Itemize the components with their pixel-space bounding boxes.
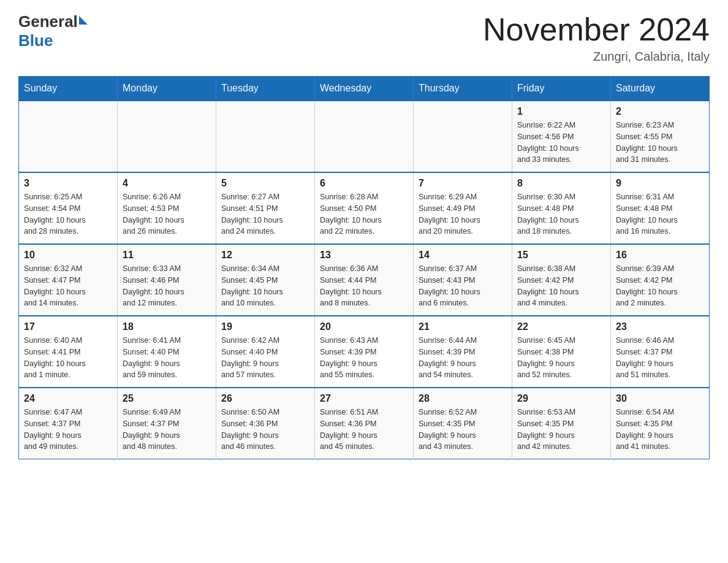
calendar-cell: 7Sunrise: 6:29 AM Sunset: 4:49 PM Daylig… bbox=[414, 172, 512, 244]
calendar-cell: 11Sunrise: 6:33 AM Sunset: 4:46 PM Dayli… bbox=[118, 244, 216, 316]
calendar-week-row: 3Sunrise: 6:25 AM Sunset: 4:54 PM Daylig… bbox=[19, 172, 710, 244]
day-info: Sunrise: 6:31 AM Sunset: 4:48 PM Dayligh… bbox=[616, 191, 704, 237]
day-info: Sunrise: 6:43 AM Sunset: 4:39 PM Dayligh… bbox=[320, 335, 408, 381]
day-number: 21 bbox=[419, 321, 507, 332]
day-info: Sunrise: 6:32 AM Sunset: 4:47 PM Dayligh… bbox=[24, 263, 112, 309]
day-info: Sunrise: 6:22 AM Sunset: 4:56 PM Dayligh… bbox=[517, 120, 605, 166]
day-info: Sunrise: 6:23 AM Sunset: 4:55 PM Dayligh… bbox=[616, 120, 704, 166]
calendar-header-wednesday: Wednesday bbox=[315, 77, 414, 101]
calendar-cell: 28Sunrise: 6:52 AM Sunset: 4:35 PM Dayli… bbox=[414, 388, 512, 459]
day-number: 20 bbox=[320, 321, 408, 332]
calendar-cell: 16Sunrise: 6:39 AM Sunset: 4:42 PM Dayli… bbox=[611, 244, 710, 316]
calendar-cell: 26Sunrise: 6:50 AM Sunset: 4:36 PM Dayli… bbox=[216, 388, 315, 459]
logo: General Blue bbox=[18, 12, 88, 50]
calendar-cell: 30Sunrise: 6:54 AM Sunset: 4:35 PM Dayli… bbox=[611, 388, 710, 459]
day-info: Sunrise: 6:36 AM Sunset: 4:44 PM Dayligh… bbox=[320, 263, 408, 309]
day-number: 10 bbox=[24, 250, 112, 261]
day-number: 15 bbox=[517, 250, 605, 261]
day-number: 11 bbox=[123, 250, 211, 261]
calendar-week-row: 17Sunrise: 6:40 AM Sunset: 4:41 PM Dayli… bbox=[19, 316, 710, 388]
calendar-cell: 19Sunrise: 6:42 AM Sunset: 4:40 PM Dayli… bbox=[216, 316, 315, 388]
calendar-header-thursday: Thursday bbox=[414, 77, 512, 101]
calendar-cell: 3Sunrise: 6:25 AM Sunset: 4:54 PM Daylig… bbox=[19, 172, 118, 244]
day-info: Sunrise: 6:30 AM Sunset: 4:48 PM Dayligh… bbox=[517, 191, 605, 237]
calendar-cell bbox=[216, 101, 315, 172]
day-number: 13 bbox=[320, 250, 408, 261]
calendar-cell: 1Sunrise: 6:22 AM Sunset: 4:56 PM Daylig… bbox=[512, 101, 611, 172]
day-number: 26 bbox=[221, 393, 309, 404]
day-number: 23 bbox=[616, 321, 704, 332]
day-number: 25 bbox=[123, 393, 211, 404]
calendar-cell: 8Sunrise: 6:30 AM Sunset: 4:48 PM Daylig… bbox=[512, 172, 611, 244]
day-number: 24 bbox=[24, 393, 112, 404]
day-info: Sunrise: 6:47 AM Sunset: 4:37 PM Dayligh… bbox=[24, 407, 112, 453]
calendar-cell: 20Sunrise: 6:43 AM Sunset: 4:39 PM Dayli… bbox=[315, 316, 414, 388]
day-number: 7 bbox=[419, 178, 507, 189]
calendar-cell: 29Sunrise: 6:53 AM Sunset: 4:35 PM Dayli… bbox=[512, 388, 611, 459]
day-info: Sunrise: 6:40 AM Sunset: 4:41 PM Dayligh… bbox=[24, 335, 112, 381]
title-section: November 2024 Zungri, Calabria, Italy bbox=[483, 12, 710, 64]
calendar-week-row: 1Sunrise: 6:22 AM Sunset: 4:56 PM Daylig… bbox=[19, 101, 710, 172]
day-number: 4 bbox=[123, 178, 211, 189]
day-info: Sunrise: 6:39 AM Sunset: 4:42 PM Dayligh… bbox=[616, 263, 704, 309]
day-number: 16 bbox=[616, 250, 704, 261]
day-number: 17 bbox=[24, 321, 112, 332]
month-title: November 2024 bbox=[483, 12, 710, 47]
calendar-header-sunday: Sunday bbox=[19, 77, 118, 101]
logo-blue-text: Blue bbox=[18, 31, 53, 50]
calendar-cell bbox=[315, 101, 414, 172]
calendar-header-row: SundayMondayTuesdayWednesdayThursdayFrid… bbox=[19, 77, 710, 101]
calendar-cell: 6Sunrise: 6:28 AM Sunset: 4:50 PM Daylig… bbox=[315, 172, 414, 244]
day-number: 3 bbox=[24, 178, 112, 189]
day-info: Sunrise: 6:27 AM Sunset: 4:51 PM Dayligh… bbox=[221, 191, 309, 237]
calendar-header-tuesday: Tuesday bbox=[216, 77, 315, 101]
calendar-table: SundayMondayTuesdayWednesdayThursdayFrid… bbox=[18, 76, 710, 459]
calendar-cell: 5Sunrise: 6:27 AM Sunset: 4:51 PM Daylig… bbox=[216, 172, 315, 244]
day-info: Sunrise: 6:53 AM Sunset: 4:35 PM Dayligh… bbox=[517, 407, 605, 453]
calendar-header-saturday: Saturday bbox=[611, 77, 710, 101]
calendar-week-row: 10Sunrise: 6:32 AM Sunset: 4:47 PM Dayli… bbox=[19, 244, 710, 316]
day-number: 1 bbox=[517, 106, 605, 117]
day-number: 18 bbox=[123, 321, 211, 332]
day-number: 22 bbox=[517, 321, 605, 332]
calendar-cell: 18Sunrise: 6:41 AM Sunset: 4:40 PM Dayli… bbox=[118, 316, 216, 388]
day-number: 6 bbox=[320, 178, 408, 189]
calendar-cell: 23Sunrise: 6:46 AM Sunset: 4:37 PM Dayli… bbox=[611, 316, 710, 388]
day-number: 27 bbox=[320, 393, 408, 404]
day-info: Sunrise: 6:42 AM Sunset: 4:40 PM Dayligh… bbox=[221, 335, 309, 381]
calendar-header-monday: Monday bbox=[118, 77, 216, 101]
day-info: Sunrise: 6:25 AM Sunset: 4:54 PM Dayligh… bbox=[24, 191, 112, 237]
day-info: Sunrise: 6:44 AM Sunset: 4:39 PM Dayligh… bbox=[419, 335, 507, 381]
calendar-cell: 17Sunrise: 6:40 AM Sunset: 4:41 PM Dayli… bbox=[19, 316, 118, 388]
calendar-cell: 10Sunrise: 6:32 AM Sunset: 4:47 PM Dayli… bbox=[19, 244, 118, 316]
calendar-cell bbox=[19, 101, 118, 172]
calendar-cell bbox=[414, 101, 512, 172]
day-number: 19 bbox=[221, 321, 309, 332]
day-info: Sunrise: 6:34 AM Sunset: 4:45 PM Dayligh… bbox=[221, 263, 309, 309]
day-info: Sunrise: 6:49 AM Sunset: 4:37 PM Dayligh… bbox=[123, 407, 211, 453]
day-info: Sunrise: 6:38 AM Sunset: 4:42 PM Dayligh… bbox=[517, 263, 605, 309]
day-number: 5 bbox=[221, 178, 309, 189]
calendar-header-friday: Friday bbox=[512, 77, 611, 101]
day-info: Sunrise: 6:50 AM Sunset: 4:36 PM Dayligh… bbox=[221, 407, 309, 453]
day-info: Sunrise: 6:33 AM Sunset: 4:46 PM Dayligh… bbox=[123, 263, 211, 309]
calendar-cell: 13Sunrise: 6:36 AM Sunset: 4:44 PM Dayli… bbox=[315, 244, 414, 316]
day-info: Sunrise: 6:45 AM Sunset: 4:38 PM Dayligh… bbox=[517, 335, 605, 381]
day-info: Sunrise: 6:29 AM Sunset: 4:49 PM Dayligh… bbox=[419, 191, 507, 237]
day-number: 29 bbox=[517, 393, 605, 404]
day-info: Sunrise: 6:54 AM Sunset: 4:35 PM Dayligh… bbox=[616, 407, 704, 453]
calendar-cell: 9Sunrise: 6:31 AM Sunset: 4:48 PM Daylig… bbox=[611, 172, 710, 244]
calendar-cell: 21Sunrise: 6:44 AM Sunset: 4:39 PM Dayli… bbox=[414, 316, 512, 388]
day-number: 30 bbox=[616, 393, 704, 404]
calendar-cell: 14Sunrise: 6:37 AM Sunset: 4:43 PM Dayli… bbox=[414, 244, 512, 316]
day-number: 8 bbox=[517, 178, 605, 189]
calendar-cell: 24Sunrise: 6:47 AM Sunset: 4:37 PM Dayli… bbox=[19, 388, 118, 459]
day-info: Sunrise: 6:51 AM Sunset: 4:36 PM Dayligh… bbox=[320, 407, 408, 453]
page-header: General Blue November 2024 Zungri, Calab… bbox=[18, 12, 710, 64]
calendar-cell: 4Sunrise: 6:26 AM Sunset: 4:53 PM Daylig… bbox=[118, 172, 216, 244]
day-info: Sunrise: 6:37 AM Sunset: 4:43 PM Dayligh… bbox=[419, 263, 507, 309]
logo-triangle-icon bbox=[79, 16, 88, 25]
day-info: Sunrise: 6:46 AM Sunset: 4:37 PM Dayligh… bbox=[616, 335, 704, 381]
calendar-week-row: 24Sunrise: 6:47 AM Sunset: 4:37 PM Dayli… bbox=[19, 388, 710, 459]
day-number: 2 bbox=[616, 106, 704, 117]
